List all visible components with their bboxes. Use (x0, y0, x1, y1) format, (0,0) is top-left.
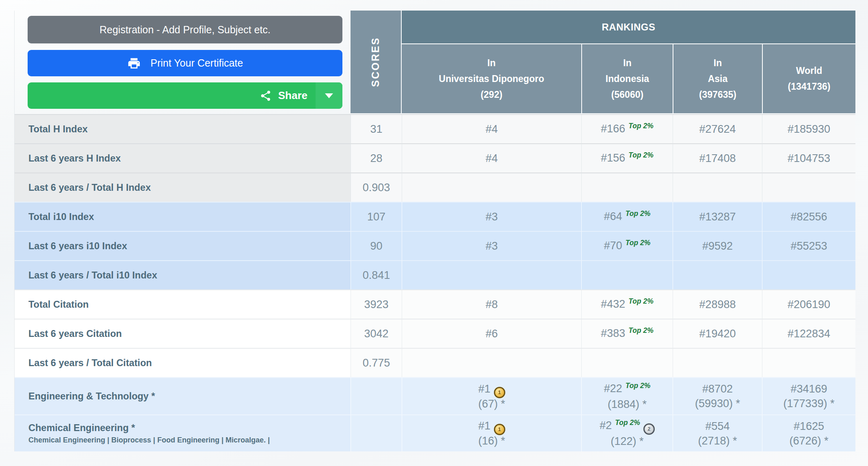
rankings-table: SCORES RANKINGS InUniversitas Diponegoro… (14, 11, 855, 451)
row-label: Engineering & Technology * (15, 377, 351, 414)
rank-cell: #70Top 2% (581, 231, 673, 260)
top2-badge: Top 2% (628, 122, 654, 130)
gold-medal-icon: 1 (494, 387, 505, 398)
rank-cell: #11(16) * (402, 414, 581, 451)
score-cell: 3923 (351, 289, 402, 319)
scores-column-header-label: SCORES (370, 37, 382, 87)
score-cell: 107 (351, 202, 402, 231)
score-cell: 31 (351, 114, 402, 143)
rank-cell (673, 260, 762, 289)
rank-cell (762, 260, 855, 289)
rank-cell (581, 260, 673, 289)
rank-cell: #554(2718) * (673, 414, 762, 451)
column-header-1: InUniversitas Diponegoro(292) (402, 44, 581, 114)
rank-cell (673, 348, 762, 377)
rank-cell: #8702(59930) * (673, 377, 762, 414)
rank-cell (762, 173, 855, 202)
rank-cell: #4 (402, 143, 581, 173)
rank-cell (402, 260, 581, 289)
row-label: Chemical Engineering *Chemical Engineeri… (15, 414, 351, 451)
rank-cell: #206190 (762, 289, 855, 319)
row-label: Last 6 years i10 Index (15, 231, 351, 260)
top2-badge: Top 2% (628, 297, 654, 305)
rank-cell: #3 (402, 231, 581, 260)
rank-cell (581, 348, 673, 377)
page: Registration - Add Profile, Subject etc.… (0, 0, 868, 466)
rank-cell: #13287 (673, 202, 762, 231)
top2-badge: Top 2% (626, 209, 651, 218)
row-label: Total Citation (15, 289, 351, 319)
score-cell (351, 414, 402, 451)
rank-cell: #6 (402, 319, 581, 348)
score-cell: 0.903 (351, 173, 402, 202)
score-cell: 90 (351, 231, 402, 260)
row-label: Last 6 years / Total H Index (15, 173, 351, 202)
column-header-4: World(1341736) (762, 44, 855, 114)
row-label: Last 6 years / Total Citation (15, 348, 351, 377)
rank-cell: #28988 (673, 289, 762, 319)
rank-cell: #122834 (762, 319, 855, 348)
column-header-2: InIndonesia(56060) (581, 44, 673, 114)
rank-cell (402, 348, 581, 377)
rank-cell: #34169(177339) * (762, 377, 855, 414)
rank-cell: #104753 (762, 143, 855, 173)
rank-cell: #156Top 2% (581, 143, 673, 173)
rankings-header: RANKINGS (402, 11, 855, 44)
score-cell: 28 (351, 143, 402, 173)
gold-medal-icon: 1 (494, 424, 505, 435)
rank-cell: #19420 (673, 319, 762, 348)
row-label: Last 6 years / Total i10 Index (15, 260, 351, 289)
row-label: Last 6 years Citation (15, 319, 351, 348)
top2-badge: Top 2% (626, 239, 651, 247)
rank-cell (581, 173, 673, 202)
rank-cell: #383Top 2% (581, 319, 673, 348)
top2-badge: Top 2% (615, 419, 640, 427)
rank-cell: #22Top 2%(1884) * (581, 377, 673, 414)
rank-cell (673, 173, 762, 202)
rank-cell: #55253 (762, 231, 855, 260)
row-label: Last 6 years H Index (15, 143, 351, 173)
score-cell: 0.841 (351, 260, 402, 289)
row-label: Total i10 Index (15, 202, 351, 231)
rank-cell (402, 173, 581, 202)
rank-cell: #432Top 2% (581, 289, 673, 319)
rank-cell: #8 (402, 289, 581, 319)
silver-medal-icon: 2 (643, 423, 655, 435)
score-cell: 3042 (351, 319, 402, 348)
rank-cell (762, 348, 855, 377)
score-cell (351, 377, 402, 414)
rank-cell: #64Top 2% (581, 202, 673, 231)
rank-cell: #4 (402, 114, 581, 143)
rank-cell: #82556 (762, 202, 855, 231)
rank-cell: #11(67) * (402, 377, 581, 414)
rank-cell: #17408 (673, 143, 762, 173)
rank-cell: #3 (402, 202, 581, 231)
rank-cell: #9592 (673, 231, 762, 260)
column-header-3: InAsia(397635) (673, 44, 762, 114)
score-cell: 0.775 (351, 348, 402, 377)
rank-cell: #185930 (762, 114, 855, 143)
rank-cell: #2Top 2%2(122) * (581, 414, 673, 451)
row-label: Total H Index (15, 114, 351, 143)
top2-badge: Top 2% (626, 382, 651, 390)
scores-column-header: SCORES (351, 11, 402, 114)
top2-badge: Top 2% (628, 326, 654, 334)
rank-cell: #166Top 2% (581, 114, 673, 143)
top2-badge: Top 2% (628, 151, 654, 159)
rank-cell: #1625(6726) * (762, 414, 855, 451)
rank-cell: #27624 (673, 114, 762, 143)
